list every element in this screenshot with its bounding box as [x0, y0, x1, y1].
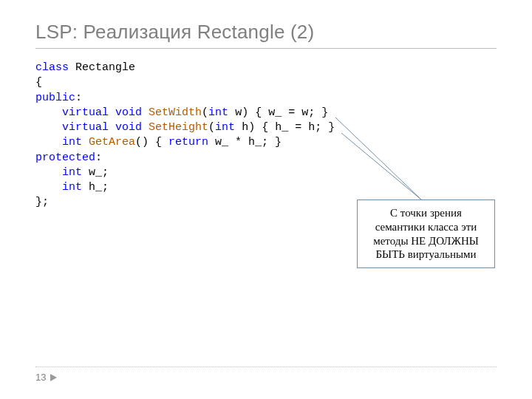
code-text: };: [35, 196, 49, 208]
code-text: () {: [135, 136, 168, 149]
kw-int: int: [62, 181, 82, 194]
code-text: (: [202, 106, 208, 119]
kw-int: int: [215, 121, 235, 134]
code-text: {: [35, 76, 42, 89]
kw-void: void: [115, 121, 142, 134]
kw-return: return: [168, 136, 208, 149]
kw-int: int: [62, 136, 82, 149]
code-text: [142, 106, 149, 119]
callout-text: С точки зрения семантики класса эти мето…: [373, 207, 479, 260]
code-text: h_;: [82, 181, 109, 194]
footer: 13: [35, 366, 497, 383]
title-rule: [35, 48, 497, 49]
slide: LSP: Реализация Rectangle (2) class Rect…: [0, 0, 532, 399]
kw-class: class: [35, 61, 69, 74]
slide-title: LSP: Реализация Rectangle (2): [35, 21, 497, 44]
kw-public: public: [35, 92, 75, 104]
code-text: w) { w_ = w; }: [228, 106, 328, 119]
code-text: h) { h_ = h; }: [235, 121, 335, 134]
code-text: w_;: [82, 166, 109, 179]
kw-virtual: virtual: [62, 121, 109, 134]
code-text: :: [95, 151, 102, 164]
play-arrow-icon: [50, 374, 57, 381]
code-text: [35, 136, 62, 149]
kw-int: int: [208, 106, 228, 119]
footer-rule: [35, 366, 497, 367]
code-text: [35, 106, 62, 119]
code-text: w_ * h_; }: [208, 136, 282, 149]
kw-int: int: [62, 166, 82, 179]
code-text: Rectangle: [69, 61, 135, 74]
kw-void: void: [115, 106, 142, 119]
code-text: :: [75, 92, 82, 104]
code-text: (: [208, 121, 215, 134]
footer-row: 13: [35, 372, 497, 383]
code-block: class Rectangle { public: virtual void S…: [35, 61, 497, 211]
fn-setwidth: SetWidth: [149, 106, 202, 119]
callout-box: С точки зрения семантики класса эти мето…: [357, 200, 495, 268]
code-text: [109, 121, 115, 134]
kw-virtual: virtual: [62, 106, 109, 119]
kw-protected: protected: [35, 151, 95, 164]
code-text: [109, 106, 115, 119]
fn-setheight: SetHeight: [149, 121, 208, 134]
code-text: [35, 121, 62, 134]
fn-getarea: GetArea: [89, 136, 135, 149]
page-number: 13: [35, 372, 46, 383]
code-text: [82, 136, 89, 149]
code-text: [142, 121, 149, 134]
code-text: [35, 166, 62, 179]
code-text: [35, 181, 62, 194]
